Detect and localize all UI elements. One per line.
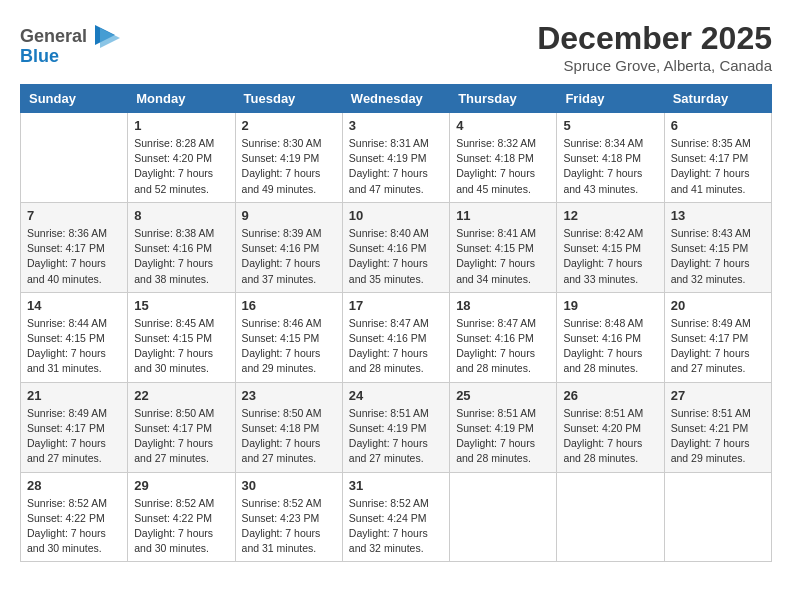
day-number: 22	[134, 388, 228, 403]
calendar-cell: 20Sunrise: 8:49 AMSunset: 4:17 PMDayligh…	[664, 292, 771, 382]
calendar-cell: 14Sunrise: 8:44 AMSunset: 4:15 PMDayligh…	[21, 292, 128, 382]
calendar-cell: 4Sunrise: 8:32 AMSunset: 4:18 PMDaylight…	[450, 113, 557, 203]
calendar-cell: 16Sunrise: 8:46 AMSunset: 4:15 PMDayligh…	[235, 292, 342, 382]
day-number: 14	[27, 298, 121, 313]
day-detail: Sunrise: 8:31 AMSunset: 4:19 PMDaylight:…	[349, 136, 443, 197]
svg-text:General: General	[20, 26, 87, 46]
calendar-cell: 22Sunrise: 8:50 AMSunset: 4:17 PMDayligh…	[128, 382, 235, 472]
day-number: 10	[349, 208, 443, 223]
day-number: 5	[563, 118, 657, 133]
day-number: 31	[349, 478, 443, 493]
day-detail: Sunrise: 8:47 AMSunset: 4:16 PMDaylight:…	[456, 316, 550, 377]
day-number: 11	[456, 208, 550, 223]
calendar-cell	[450, 472, 557, 562]
calendar-cell: 13Sunrise: 8:43 AMSunset: 4:15 PMDayligh…	[664, 202, 771, 292]
day-number: 19	[563, 298, 657, 313]
calendar-cell: 21Sunrise: 8:49 AMSunset: 4:17 PMDayligh…	[21, 382, 128, 472]
day-number: 4	[456, 118, 550, 133]
day-detail: Sunrise: 8:43 AMSunset: 4:15 PMDaylight:…	[671, 226, 765, 287]
day-number: 21	[27, 388, 121, 403]
day-detail: Sunrise: 8:52 AMSunset: 4:22 PMDaylight:…	[134, 496, 228, 557]
day-detail: Sunrise: 8:40 AMSunset: 4:16 PMDaylight:…	[349, 226, 443, 287]
day-number: 2	[242, 118, 336, 133]
day-number: 6	[671, 118, 765, 133]
day-detail: Sunrise: 8:39 AMSunset: 4:16 PMDaylight:…	[242, 226, 336, 287]
day-detail: Sunrise: 8:50 AMSunset: 4:17 PMDaylight:…	[134, 406, 228, 467]
calendar-cell: 15Sunrise: 8:45 AMSunset: 4:15 PMDayligh…	[128, 292, 235, 382]
day-detail: Sunrise: 8:36 AMSunset: 4:17 PMDaylight:…	[27, 226, 121, 287]
calendar-cell: 17Sunrise: 8:47 AMSunset: 4:16 PMDayligh…	[342, 292, 449, 382]
calendar-cell: 5Sunrise: 8:34 AMSunset: 4:18 PMDaylight…	[557, 113, 664, 203]
day-detail: Sunrise: 8:51 AMSunset: 4:21 PMDaylight:…	[671, 406, 765, 467]
day-number: 26	[563, 388, 657, 403]
day-detail: Sunrise: 8:47 AMSunset: 4:16 PMDaylight:…	[349, 316, 443, 377]
day-detail: Sunrise: 8:35 AMSunset: 4:17 PMDaylight:…	[671, 136, 765, 197]
day-number: 15	[134, 298, 228, 313]
calendar-cell: 8Sunrise: 8:38 AMSunset: 4:16 PMDaylight…	[128, 202, 235, 292]
day-detail: Sunrise: 8:46 AMSunset: 4:15 PMDaylight:…	[242, 316, 336, 377]
calendar-cell: 3Sunrise: 8:31 AMSunset: 4:19 PMDaylight…	[342, 113, 449, 203]
day-detail: Sunrise: 8:42 AMSunset: 4:15 PMDaylight:…	[563, 226, 657, 287]
day-detail: Sunrise: 8:49 AMSunset: 4:17 PMDaylight:…	[27, 406, 121, 467]
day-detail: Sunrise: 8:32 AMSunset: 4:18 PMDaylight:…	[456, 136, 550, 197]
day-detail: Sunrise: 8:50 AMSunset: 4:18 PMDaylight:…	[242, 406, 336, 467]
calendar-cell: 26Sunrise: 8:51 AMSunset: 4:20 PMDayligh…	[557, 382, 664, 472]
day-number: 16	[242, 298, 336, 313]
day-header-saturday: Saturday	[664, 85, 771, 113]
calendar-cell: 28Sunrise: 8:52 AMSunset: 4:22 PMDayligh…	[21, 472, 128, 562]
day-header-thursday: Thursday	[450, 85, 557, 113]
logo: General Blue	[20, 20, 120, 70]
day-detail: Sunrise: 8:51 AMSunset: 4:19 PMDaylight:…	[349, 406, 443, 467]
day-detail: Sunrise: 8:38 AMSunset: 4:16 PMDaylight:…	[134, 226, 228, 287]
day-detail: Sunrise: 8:44 AMSunset: 4:15 PMDaylight:…	[27, 316, 121, 377]
day-detail: Sunrise: 8:34 AMSunset: 4:18 PMDaylight:…	[563, 136, 657, 197]
day-number: 8	[134, 208, 228, 223]
day-detail: Sunrise: 8:51 AMSunset: 4:19 PMDaylight:…	[456, 406, 550, 467]
day-number: 20	[671, 298, 765, 313]
day-number: 13	[671, 208, 765, 223]
day-number: 27	[671, 388, 765, 403]
day-number: 23	[242, 388, 336, 403]
calendar-cell: 19Sunrise: 8:48 AMSunset: 4:16 PMDayligh…	[557, 292, 664, 382]
svg-text:Blue: Blue	[20, 46, 59, 66]
day-header-sunday: Sunday	[21, 85, 128, 113]
day-header-friday: Friday	[557, 85, 664, 113]
day-number: 3	[349, 118, 443, 133]
day-detail: Sunrise: 8:51 AMSunset: 4:20 PMDaylight:…	[563, 406, 657, 467]
title-section: December 2025 Spruce Grove, Alberta, Can…	[537, 20, 772, 74]
calendar-table: SundayMondayTuesdayWednesdayThursdayFrid…	[20, 84, 772, 562]
calendar-cell: 10Sunrise: 8:40 AMSunset: 4:16 PMDayligh…	[342, 202, 449, 292]
calendar-cell	[664, 472, 771, 562]
calendar-cell: 24Sunrise: 8:51 AMSunset: 4:19 PMDayligh…	[342, 382, 449, 472]
calendar-cell: 12Sunrise: 8:42 AMSunset: 4:15 PMDayligh…	[557, 202, 664, 292]
day-header-wednesday: Wednesday	[342, 85, 449, 113]
day-detail: Sunrise: 8:30 AMSunset: 4:19 PMDaylight:…	[242, 136, 336, 197]
day-number: 7	[27, 208, 121, 223]
calendar-cell: 1Sunrise: 8:28 AMSunset: 4:20 PMDaylight…	[128, 113, 235, 203]
day-number: 12	[563, 208, 657, 223]
day-detail: Sunrise: 8:52 AMSunset: 4:24 PMDaylight:…	[349, 496, 443, 557]
day-number: 29	[134, 478, 228, 493]
day-detail: Sunrise: 8:49 AMSunset: 4:17 PMDaylight:…	[671, 316, 765, 377]
calendar-cell: 18Sunrise: 8:47 AMSunset: 4:16 PMDayligh…	[450, 292, 557, 382]
day-number: 25	[456, 388, 550, 403]
calendar-cell: 23Sunrise: 8:50 AMSunset: 4:18 PMDayligh…	[235, 382, 342, 472]
subtitle: Spruce Grove, Alberta, Canada	[537, 57, 772, 74]
day-number: 30	[242, 478, 336, 493]
day-number: 24	[349, 388, 443, 403]
day-detail: Sunrise: 8:28 AMSunset: 4:20 PMDaylight:…	[134, 136, 228, 197]
calendar-cell: 7Sunrise: 8:36 AMSunset: 4:17 PMDaylight…	[21, 202, 128, 292]
day-number: 9	[242, 208, 336, 223]
day-detail: Sunrise: 8:48 AMSunset: 4:16 PMDaylight:…	[563, 316, 657, 377]
calendar-cell	[21, 113, 128, 203]
day-number: 17	[349, 298, 443, 313]
calendar-cell: 30Sunrise: 8:52 AMSunset: 4:23 PMDayligh…	[235, 472, 342, 562]
calendar-cell: 9Sunrise: 8:39 AMSunset: 4:16 PMDaylight…	[235, 202, 342, 292]
svg-marker-3	[100, 28, 120, 48]
calendar-cell: 31Sunrise: 8:52 AMSunset: 4:24 PMDayligh…	[342, 472, 449, 562]
day-header-monday: Monday	[128, 85, 235, 113]
day-detail: Sunrise: 8:45 AMSunset: 4:15 PMDaylight:…	[134, 316, 228, 377]
day-detail: Sunrise: 8:52 AMSunset: 4:23 PMDaylight:…	[242, 496, 336, 557]
day-number: 1	[134, 118, 228, 133]
day-header-tuesday: Tuesday	[235, 85, 342, 113]
